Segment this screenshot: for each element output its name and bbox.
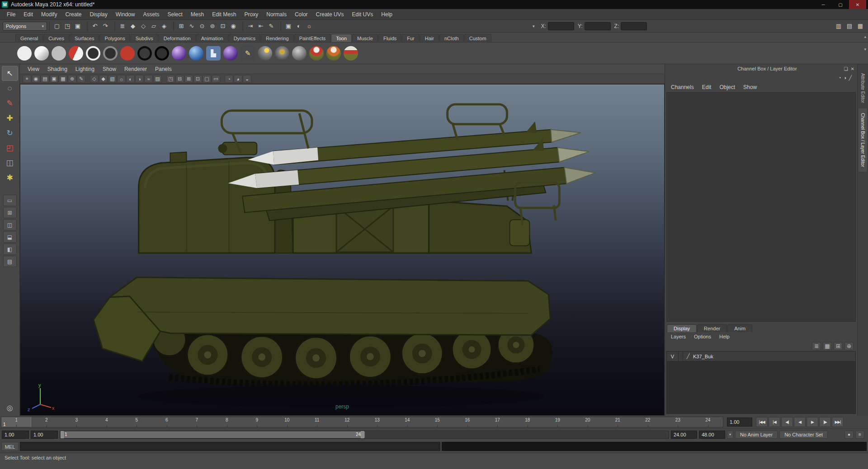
timeline-frame-tick[interactable]: 1 [1, 417, 32, 427]
viewport-menu-item[interactable]: Show [99, 66, 120, 72]
shelf-tab[interactable]: Muscle [352, 34, 378, 42]
snap-point-icon[interactable]: ⊙ [197, 21, 207, 31]
gate-mask-icon[interactable]: ⊡ [193, 75, 202, 83]
channel-box-menu-item[interactable]: Show [739, 84, 761, 90]
layout-persp-graph-button[interactable]: ▤ [3, 256, 17, 267]
menubar-item[interactable]: Modify [37, 9, 61, 20]
layer-editor-tab[interactable]: Render [697, 324, 727, 332]
create-layer-assign-selected-icon[interactable]: ⊞ [834, 342, 843, 350]
hyperbolic-manipulation-icon[interactable]: ╱ [849, 75, 852, 81]
shelf-tab[interactable]: Animation [196, 34, 228, 42]
range-track[interactable]: 1 24 [60, 431, 669, 439]
layer-editor-tab[interactable]: Display [667, 324, 697, 332]
input-operations-icon[interactable]: ⇥ [245, 21, 255, 31]
toon-outline-gray-icon[interactable] [103, 46, 118, 61]
menubar-item[interactable]: Select [163, 9, 186, 20]
play-backward-button[interactable]: ◀ [794, 417, 806, 427]
shaded-icon[interactable]: ◆ [99, 75, 108, 83]
timeline-frame-tick[interactable]: 24 [693, 417, 723, 427]
shelf-tab[interactable]: General [15, 34, 43, 42]
menubar-item[interactable]: Help [377, 9, 396, 20]
show-channel-layer-icon[interactable]: ▦ [855, 21, 865, 31]
image-plane-icon[interactable]: ▦ [59, 75, 67, 83]
timeline-frame-tick[interactable]: 3 [61, 417, 92, 427]
toon-outline-white-icon[interactable] [86, 46, 100, 61]
minimize-button[interactable]: ─ [815, 0, 832, 9]
wireframe-icon[interactable]: ◇ [90, 75, 99, 83]
anim-layer-dropdown-icon[interactable]: ▾ [727, 431, 733, 439]
viewport-menu-item[interactable]: Shading [43, 66, 71, 72]
show-channel-box-icon[interactable]: ▥ [834, 21, 844, 31]
animation-start-field[interactable]: 1.00 [2, 431, 29, 439]
timeline-frame-tick[interactable]: 14 [392, 417, 423, 427]
snap-projected-center-icon[interactable]: ⊚ [208, 21, 217, 31]
shelf-tab[interactable]: Fur [402, 34, 420, 42]
medium-manipulation-icon[interactable]: ◑ [844, 75, 847, 80]
2d-pan-zoom-icon[interactable]: ⊕ [68, 75, 76, 83]
step-back-key-button[interactable]: |◀ [769, 417, 780, 427]
camera-attributes-icon[interactable]: ▤ [41, 75, 49, 83]
save-scene-icon[interactable]: ▣ [73, 21, 83, 31]
select-camera-icon[interactable]: ⌖ [23, 75, 31, 83]
play-forward-button[interactable]: ▶ [807, 417, 818, 427]
select-tool[interactable]: ↖ [2, 66, 18, 81]
timeline-frame-tick[interactable]: 11 [302, 417, 332, 427]
model-k37-buk[interactable] [94, 104, 595, 407]
menubar-item[interactable]: Assets [139, 9, 163, 20]
show-layer-editor-icon[interactable]: ▤ [844, 21, 854, 31]
make-live-icon[interactable]: ◉ [228, 21, 238, 31]
timeline-frame-tick[interactable]: 2 [32, 417, 62, 427]
menubar-item[interactable]: Edit [19, 9, 37, 20]
range-end-handle[interactable] [361, 431, 364, 438]
highlight-selection-icon[interactable]: ◈ [159, 21, 169, 31]
toon-fill-gray-icon[interactable] [52, 46, 66, 61]
select-asset-icon[interactable]: ▱ [149, 21, 159, 31]
timeline-frame-tick[interactable]: 6 [152, 417, 182, 427]
toon-fill-two-tone-icon[interactable] [69, 46, 83, 61]
layer-row[interactable]: V ╱ K37_Buk [667, 352, 855, 361]
mel-toggle-button[interactable]: MEL [1, 442, 19, 451]
new-scene-icon[interactable]: ▢ [52, 21, 62, 31]
hypershade-spheres-icon[interactable]: ◎ [7, 403, 13, 412]
shelf-tab[interactable]: PaintEffects [294, 34, 331, 42]
xray-icon[interactable]: ◔ [225, 75, 233, 83]
toon-paintfx-violet-icon[interactable] [223, 46, 238, 61]
bookmark-icon[interactable]: ▣ [50, 75, 58, 83]
shadows-icon[interactable]: ◐ [126, 75, 135, 83]
menubar-item[interactable]: Window [112, 9, 139, 20]
menubar-item[interactable]: File [3, 9, 19, 20]
rotate-tool[interactable]: ↻ [2, 126, 18, 141]
select-component-icon[interactable]: ◇ [138, 21, 148, 31]
viewport-menu-item[interactable]: Panels [151, 66, 176, 72]
toon-paintfx-purple-icon[interactable] [172, 46, 186, 61]
use-all-lights-icon[interactable]: ☼ [117, 75, 126, 83]
safe-title-icon[interactable]: ▭ [212, 75, 220, 83]
move-tool[interactable]: ✚ [2, 111, 18, 126]
shelf-tab[interactable]: Toon [331, 34, 352, 42]
dock-panel-icon[interactable]: ❏ [844, 66, 848, 71]
layer-name[interactable]: K37_Buk [693, 354, 713, 359]
toon-ball-yellow-dot-icon[interactable] [258, 46, 272, 61]
toon-brush-icon[interactable]: ✎ [241, 46, 255, 61]
menubar-item[interactable]: Color [291, 9, 312, 20]
open-scene-icon[interactable]: ◳ [62, 21, 72, 31]
auto-keyframe-icon[interactable]: ● [844, 431, 854, 439]
shelf-tab[interactable]: Hair [420, 34, 439, 42]
shelf-menu-icon[interactable]: ▾ [864, 47, 866, 52]
render-current-frame-icon[interactable]: ▣ [283, 21, 293, 31]
ipr-render-icon[interactable]: ◐ [294, 21, 304, 31]
toon-fill-light-gradient-icon[interactable] [34, 46, 49, 61]
playback-start-field[interactable]: 1.00 [31, 431, 58, 439]
viewport-canvas[interactable] [20, 84, 664, 415]
layer-editor-menu-item[interactable]: Layers [667, 334, 690, 339]
xray-joints-icon[interactable]: ◕ [234, 75, 242, 83]
menubar-item[interactable]: Edit UVs [348, 9, 377, 20]
undo-icon[interactable]: ↶ [90, 21, 100, 31]
layer-type-icon[interactable]: ╱ [683, 353, 693, 359]
menubar-item[interactable]: Proxy [241, 9, 263, 20]
snap-grid-icon[interactable]: ⊞ [176, 21, 186, 31]
timeline-frame-tick[interactable]: 17 [482, 417, 513, 427]
menubar-item[interactable]: Mesh [187, 9, 208, 20]
shelf-tab[interactable]: Rendering [261, 34, 294, 42]
timeline-frame-tick[interactable]: 19 [542, 417, 573, 427]
